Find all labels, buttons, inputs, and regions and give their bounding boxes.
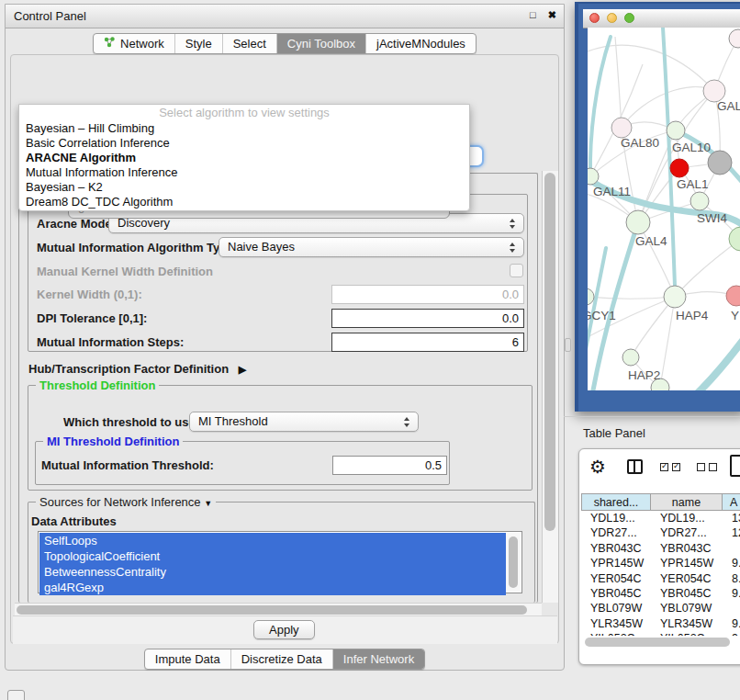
select-all-columns-icon[interactable] — [660, 463, 680, 471]
algorithm-item[interactable]: Bayesian – K2 — [19, 180, 469, 195]
mi-threshold-field[interactable]: 0.5 — [332, 456, 447, 475]
cyni-toolbox-panel: Select algorithm to view settings Bayesi… — [10, 54, 559, 644]
deselect-all-columns-icon[interactable] — [697, 463, 717, 471]
tab-jactivemnodules[interactable]: jActiveMNodules — [365, 34, 476, 53]
table-row[interactable]: YPR145WYPR145W9. — [581, 556, 740, 570]
attribute-item[interactable]: TopologicalCoefficient — [39, 548, 506, 564]
close-traffic-light-icon[interactable] — [589, 13, 600, 23]
algorithm-item[interactable]: Bayesian – Hill Climbing — [19, 121, 469, 136]
mi-steps-field[interactable]: 6 — [331, 333, 524, 352]
node-label-GAL80: GAL80 — [621, 136, 659, 150]
table-row[interactable]: YBR045CYBR045C9. — [581, 586, 740, 601]
network-node-HAP2[interactable] — [622, 349, 639, 366]
zoom-traffic-light-icon[interactable] — [624, 13, 634, 23]
cyni-algorithm-settings-group: Cyni Algorithm Settings Algorithm Defini… — [18, 173, 538, 603]
table-panel-card: ⚙ shared...nameA YDL19...YDL19...13YDR27… — [578, 448, 740, 665]
attribute-item[interactable]: BetweennessCentrality — [39, 564, 506, 580]
network-canvas[interactable]: GALGAL80GAL10GAL1SWI4GAL11GAL4GCY1HAP4YH… — [588, 28, 740, 390]
mi-threshold-group: MI Threshold Definition Mutual Informati… — [35, 441, 450, 485]
control-panel-window: Control Panel □ ✖ NetworkStyleSelectCyni… — [5, 4, 565, 671]
tab-cyni-toolbox[interactable]: Cyni Toolbox — [276, 34, 365, 53]
network-view-window[interactable]: GALGAL80GAL10GAL1SWI4GAL11GAL4GCY1HAP4YH… — [575, 2, 740, 412]
collapse-down-icon[interactable]: ▼ — [204, 499, 212, 508]
close-window-icon[interactable]: ✖ — [548, 9, 556, 21]
network-node-GAL4[interactable] — [626, 210, 650, 234]
which-threshold-label: Which threshold to use: — [63, 415, 199, 429]
network-node-SWI4[interactable] — [690, 192, 709, 210]
table-row[interactable]: YLR345WYLR345W9. — [581, 616, 740, 631]
stepper-arrows-icon — [403, 416, 410, 428]
settings-vertical-scrollbar[interactable] — [542, 171, 558, 603]
network-node-GCY1[interactable] — [588, 288, 594, 305]
kernel-width-label: Kernel Width (0,1): — [37, 288, 142, 301]
column-header[interactable]: shared... — [581, 493, 651, 511]
network-node-GAL1[interactable] — [670, 159, 689, 177]
mi-steps-label: Mutual Information Steps: — [37, 335, 184, 349]
network-node-GAL10[interactable] — [667, 121, 685, 140]
attributes-list-scrollbar[interactable] — [506, 533, 521, 592]
node-label-HAP2: HAP2 — [628, 368, 660, 382]
network-node-top-partial[interactable] — [729, 29, 740, 48]
minimize-traffic-light-icon[interactable] — [607, 13, 617, 23]
stepper-arrows-icon — [509, 242, 516, 254]
algorithm-item[interactable]: Dream8 DC_TDC Algorithm — [19, 195, 469, 209]
tab-discretize-data[interactable]: Discretize Data — [230, 649, 332, 669]
attribute-item[interactable]: SelfLoops — [39, 533, 506, 548]
network-node-gray-node[interactable] — [708, 151, 732, 175]
tab-select[interactable]: Select — [222, 34, 276, 53]
stepper-arrows-icon — [509, 218, 516, 230]
table-settings-gear-icon[interactable]: ⚙ — [589, 456, 606, 478]
import-table-icon[interactable] — [730, 455, 740, 477]
network-node-HAP4[interactable] — [664, 286, 686, 308]
settings-horizontal-scrollbar[interactable] — [15, 603, 542, 616]
sources-group-title[interactable]: Sources for Network Inference ▼ — [36, 495, 216, 509]
table-row[interactable]: YDL19...YDL19...13 — [581, 511, 740, 525]
algorithm-item[interactable]: ARACNE Algorithm — [19, 151, 469, 165]
node-label-salmon-node: Y — [731, 309, 739, 322]
column-visibility-icon[interactable] — [627, 459, 643, 474]
table-row[interactable]: YER054CYER054C8. — [581, 571, 740, 586]
float-window-icon[interactable]: □ — [530, 11, 538, 19]
network-node-salmon-node[interactable] — [726, 286, 740, 306]
column-header[interactable]: name — [651, 493, 723, 511]
node-label-HAP4: HAP4 — [676, 309, 709, 322]
algorithm-item[interactable]: Basic Correlation Inference — [19, 136, 469, 151]
network-node-GAL80[interactable] — [611, 118, 632, 138]
table-row[interactable]: YBL079WYBL079W — [581, 601, 740, 615]
tab-impute-data[interactable]: Impute Data — [145, 649, 230, 669]
apply-button[interactable]: Apply — [253, 620, 315, 639]
manual-kernel-checkbox[interactable] — [510, 264, 523, 277]
algorithm-item[interactable]: Mutual Information Inference — [19, 165, 469, 180]
which-threshold-combo[interactable]: MI Threshold — [189, 412, 419, 432]
data-attributes-label: Data Attributes — [31, 514, 117, 528]
table-horizontal-scrollbar[interactable] — [581, 636, 740, 649]
mi-algorithm-type-combo[interactable]: Naive Bayes — [219, 237, 524, 257]
data-attributes-list: SelfLoopsTopologicalCoefficientBetweenne… — [38, 531, 522, 593]
node-label-GAL10: GAL10 — [672, 141, 711, 154]
network-window-titlebar[interactable] — [583, 9, 740, 28]
control-panel-titlebar[interactable]: Control Panel □ ✖ — [6, 5, 564, 28]
apply-strip: Apply — [13, 615, 557, 644]
cyni-bottom-tab-bar: Impute DataDiscretize DataInfer Network — [144, 649, 425, 670]
panel-splitter-handle[interactable] — [565, 338, 571, 352]
column-header[interactable]: A — [723, 493, 740, 511]
table-row[interactable]: YBR043CYBR043C — [581, 541, 740, 556]
tab-network[interactable]: Network — [94, 34, 174, 53]
tab-infer-network[interactable]: Infer Network — [332, 649, 424, 669]
dpi-tolerance-field[interactable]: 0.0 — [331, 309, 524, 328]
node-label-GAL1: GAL1 — [677, 177, 709, 191]
expand-right-icon[interactable]: ▶ — [239, 364, 246, 376]
table-header-row: shared...nameA — [581, 493, 740, 511]
mi-type-label: Mutual Information Algorithm Type: — [37, 241, 238, 254]
kernel-width-field[interactable]: 0.0 — [331, 285, 524, 304]
threshold-definition-group: Threshold Definition Which threshold to … — [28, 385, 533, 491]
tab-style[interactable]: Style — [174, 34, 222, 53]
desktop: Control Panel □ ✖ NetworkStyleSelectCyni… — [0, 0, 740, 700]
settings-scrollpane: Cyni Algorithm Settings Algorithm Defini… — [15, 171, 557, 615]
bottom-left-panel-icon[interactable] — [7, 690, 25, 700]
attribute-item[interactable]: gal4RGexp — [39, 580, 506, 595]
hub-definition-label[interactable]: Hub/Transcription Factor Definition ▶ — [28, 362, 246, 376]
table-body: YDL19...YDL19...13YDR27...YDR27...12YBR0… — [581, 511, 740, 636]
network-icon — [104, 37, 116, 51]
table-row[interactable]: YDR27...YDR27...12 — [581, 525, 740, 540]
